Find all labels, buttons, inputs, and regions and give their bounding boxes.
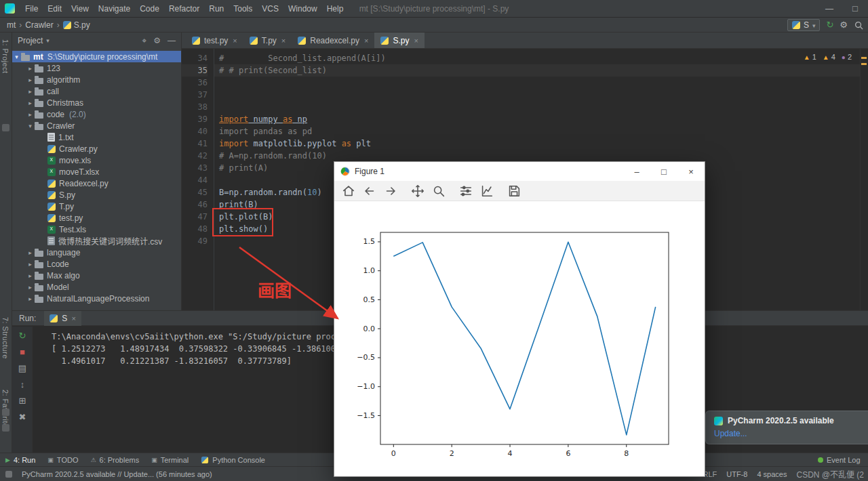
tree-item[interactable]: ▸language (12, 247, 181, 258)
close-icon[interactable] (71, 314, 75, 322)
strip-icon[interactable] (2, 124, 9, 131)
tree-item[interactable]: ▸Max algo (12, 270, 181, 281)
encoding-indicator[interactable]: UTF-8 (726, 470, 747, 478)
run-tab[interactable]: S (44, 311, 81, 326)
tree-item[interactable]: moveT.xlsx (12, 166, 181, 177)
menu-item-window[interactable]: Window (283, 0, 322, 18)
code-line[interactable]: # A=np.random.rand(10) (214, 150, 868, 162)
code-line[interactable]: import pandas as pd (214, 125, 868, 138)
restore-layout-icon[interactable] (12, 361, 33, 375)
menu-item-file[interactable]: File (20, 0, 43, 18)
tool-button-terminal[interactable]: Terminal (151, 456, 189, 464)
tree-item[interactable]: ▸Christmas (12, 97, 181, 108)
inspection-typo[interactable]: ●2 (842, 53, 852, 61)
home-icon[interactable] (341, 184, 356, 198)
indent-indicator[interactable]: 4 spaces (757, 470, 787, 478)
tree-item[interactable]: Crawler.py (12, 143, 181, 154)
maximize-icon[interactable]: □ (650, 162, 677, 181)
warning-mark[interactable] (861, 57, 867, 59)
chevron-collapsed-icon[interactable]: ▸ (26, 88, 35, 95)
chevron-collapsed-icon[interactable]: ▸ (26, 111, 35, 118)
status-message[interactable]: PyCharm 2020.2.5 available // Update... … (22, 470, 212, 478)
event-log-button[interactable]: Event Log (818, 453, 868, 467)
tree-item[interactable]: ▸algorithm (12, 74, 181, 85)
tree-root[interactable]: ▾mtS:\Study\picture processing\mt (12, 51, 181, 62)
tab-t.py[interactable]: T.py (243, 33, 292, 48)
chevron-expanded-icon[interactable]: ▾ (26, 123, 35, 129)
menu-item-navigate[interactable]: Navigate (94, 0, 135, 18)
code-line[interactable] (214, 101, 868, 113)
tab-s.py[interactable]: S.py (374, 33, 424, 48)
tool-button-structure[interactable]: 7: Structure (1, 317, 9, 359)
pan-icon[interactable] (410, 184, 425, 198)
error-stripe[interactable] (860, 49, 868, 310)
tool-button-python[interactable]: Python Console (201, 456, 265, 464)
menu-item-view[interactable]: View (66, 0, 94, 18)
figure-window[interactable]: Figure 1 – □ × 024681.51.00.50.0−0.5−1.0… (334, 161, 705, 477)
tree-item[interactable]: ▸123 (12, 62, 181, 74)
chevron-collapsed-icon[interactable]: ▸ (26, 65, 35, 72)
tree-item[interactable]: ▸code(2.0) (12, 108, 181, 120)
figure-titlebar[interactable]: Figure 1 – □ × (334, 162, 705, 181)
code-line[interactable]: import numpy as np (214, 113, 868, 125)
tree-item[interactable]: ▸Model (12, 281, 181, 293)
update-notification[interactable]: PyCharm 2020.2.5 available Update... (705, 411, 868, 444)
menu-item-code[interactable]: Code (135, 0, 164, 18)
breadcrumb-item[interactable]: Crawler (25, 20, 53, 30)
close-icon[interactable]: × (677, 162, 705, 181)
menu-item-edit[interactable]: Edit (43, 0, 66, 18)
settings-gear-icon[interactable] (840, 19, 848, 31)
code-line[interactable]: import matplotlib.pyplot as plt (214, 138, 868, 150)
warning-mark[interactable] (861, 63, 867, 65)
soft-wrap-icon[interactable] (12, 394, 33, 408)
menu-item-run[interactable]: Run (204, 0, 229, 18)
tree-item[interactable]: T.py (12, 201, 181, 212)
menu-item-refactor[interactable]: Refactor (164, 0, 204, 18)
tree-item[interactable]: Readexcel.py (12, 177, 181, 189)
chevron-collapsed-icon[interactable]: ▸ (26, 249, 35, 256)
code-line[interactable]: # # print(Second_list) (214, 64, 868, 77)
forward-icon[interactable] (383, 184, 398, 198)
tree-item[interactable]: 1.txt (12, 131, 181, 143)
locate-file-icon[interactable] (142, 36, 146, 45)
chevron-collapsed-icon[interactable]: ▸ (26, 284, 35, 291)
project-panel-title[interactable]: Project (18, 36, 43, 45)
tree-item[interactable]: 微博热搜关键词词频统计.csv (12, 235, 181, 247)
rerun-icon[interactable] (12, 329, 33, 343)
gear-icon[interactable] (153, 36, 161, 45)
breadcrumb-item[interactable]: mt (7, 20, 16, 30)
clear-console-icon[interactable] (12, 410, 33, 424)
minimize-icon[interactable] (816, 0, 842, 17)
tree-item[interactable]: ▸call (12, 85, 181, 97)
inspection-weak-warning[interactable]: ▲4 (823, 53, 835, 61)
search-icon[interactable] (854, 20, 864, 30)
inspections-widget[interactable]: ▲1▲4●2 (804, 53, 852, 61)
close-icon[interactable] (233, 37, 237, 45)
code-line[interactable] (214, 77, 868, 89)
tool-button-run[interactable]: 4: Run (5, 456, 35, 464)
tool-button-todo[interactable]: TODO (47, 456, 78, 464)
chevron-collapsed-icon[interactable]: ▸ (26, 100, 35, 106)
inspection-warning[interactable]: ▲1 (804, 53, 816, 61)
tool-button-project[interactable]: 1: Project (1, 39, 9, 73)
breadcrumb-item[interactable]: S.py (63, 20, 90, 30)
back-icon[interactable] (362, 184, 377, 198)
tab-test.py[interactable]: test.py (186, 33, 243, 48)
zoom-icon[interactable] (431, 184, 446, 198)
chevron-collapsed-icon[interactable]: ▸ (26, 295, 35, 302)
tree-item[interactable]: ▾Crawler (12, 120, 181, 131)
minimize-icon[interactable]: – (623, 162, 650, 181)
menu-item-vcs[interactable]: VCS (257, 0, 283, 18)
update-link[interactable]: Update... (714, 429, 861, 438)
run-config-selector[interactable]: S (787, 19, 821, 31)
customize-icon[interactable] (479, 184, 494, 198)
tool-button-problems[interactable]: 6: Problems (90, 456, 139, 464)
menu-item-tools[interactable]: Tools (229, 0, 257, 18)
tree-item[interactable]: test.py (12, 212, 181, 224)
tree-item[interactable]: ▸NaturalLanguageProcession (12, 293, 181, 304)
scroll-to-end-icon[interactable] (12, 377, 33, 392)
tree-item[interactable]: ▸Lcode (12, 258, 181, 270)
tab-readexcel.py[interactable]: Readexcel.py (292, 33, 374, 48)
save-icon[interactable] (507, 184, 521, 198)
background-tasks-icon[interactable] (5, 471, 12, 478)
